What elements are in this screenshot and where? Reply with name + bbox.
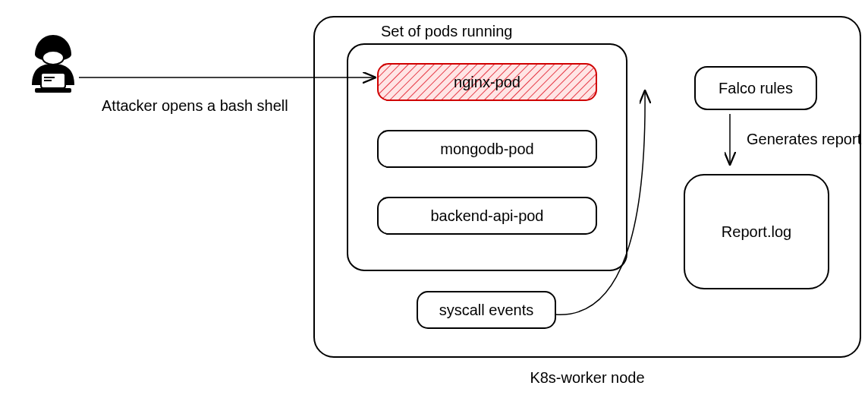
syscall-events-box: syscall events xyxy=(417,292,555,328)
worker-node-label: K8s-worker node xyxy=(530,369,644,386)
syscall-arrow xyxy=(555,91,645,314)
pod-nginx: nginx-pod xyxy=(378,64,596,100)
report-log-label: Report.log xyxy=(722,223,791,240)
attacker-label: Attacker opens a bash shell xyxy=(102,97,288,114)
falco-rules-box: Falco rules xyxy=(695,67,816,109)
svg-rect-8 xyxy=(35,88,71,93)
syscall-events-label: syscall events xyxy=(439,302,534,318)
pod-mongodb-label: mongodb-pod xyxy=(440,141,533,157)
pod-nginx-label: nginx-pod xyxy=(454,74,520,90)
falco-rules-label: Falco rules xyxy=(719,80,793,96)
attacker-icon xyxy=(32,35,74,93)
generates-label: Generates report xyxy=(747,131,862,147)
report-log-box: Report.log xyxy=(684,175,829,289)
pod-backend-api-label: backend-api-pod xyxy=(431,207,544,224)
pod-backend-api: backend-api-pod xyxy=(378,198,596,234)
pods-title: Set of pods running xyxy=(381,23,512,40)
pod-mongodb: mongodb-pod xyxy=(378,131,596,167)
